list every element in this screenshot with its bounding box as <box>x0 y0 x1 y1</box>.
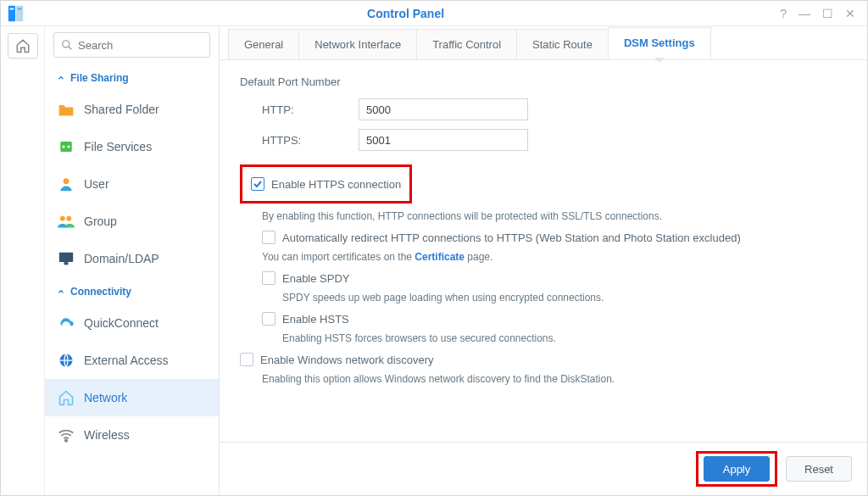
external-access-icon <box>57 352 75 369</box>
enable-https-label: Enable HTTPS connection <box>271 178 401 191</box>
svg-rect-13 <box>64 262 69 265</box>
enable-https-checkbox[interactable] <box>251 177 264 191</box>
chevron-up-icon <box>57 74 65 82</box>
redirect-https-row[interactable]: Automatically redirect HTTP connections … <box>240 231 847 244</box>
maximize-icon[interactable]: ☐ <box>822 7 833 20</box>
sidebar-item-label: Group <box>84 215 117 228</box>
main-panel: General Network Interface Traffic Contro… <box>220 26 867 495</box>
enable-https-checkbox-row[interactable]: Enable HTTPS connection <box>251 177 401 191</box>
control-panel-window: Control Panel ? — ☐ ✕ File Sharing <box>0 0 868 496</box>
search-icon <box>61 39 73 51</box>
wireless-icon <box>57 426 75 443</box>
enable-hsts-label: Enable HSTS <box>282 313 349 326</box>
window-title: Control Panel <box>31 7 780 20</box>
svg-point-9 <box>64 178 70 184</box>
redirect-https-label: Automatically redirect HTTP connections … <box>282 231 741 244</box>
sidebar-item-domain-ldap[interactable]: Domain/LDAP <box>45 240 219 277</box>
network-icon <box>57 389 75 406</box>
certificate-hint: You can import certificates on the Certi… <box>262 251 847 263</box>
sidebar-item-label: Wireless <box>84 428 130 442</box>
enable-spdy-row[interactable]: Enable SPDY <box>240 271 847 285</box>
sidebar-group-file-sharing[interactable]: File Sharing <box>45 64 219 91</box>
sidebar-item-user[interactable]: User <box>45 165 219 203</box>
user-icon <box>57 176 75 192</box>
sidebar-item-group[interactable]: Group <box>45 203 219 240</box>
https-port-input[interactable] <box>359 129 528 151</box>
apply-button[interactable]: Apply <box>704 456 770 482</box>
https-label: HTTPS: <box>240 134 359 147</box>
enable-wnd-checkbox[interactable] <box>240 353 253 366</box>
sidebar-item-external-access[interactable]: External Access <box>45 342 219 379</box>
chevron-up-icon <box>57 287 65 296</box>
svg-point-8 <box>68 146 70 148</box>
sidebar-item-label: External Access <box>84 354 169 367</box>
sidebar-item-wireless[interactable]: Wireless <box>45 416 219 454</box>
sidebar: File Sharing Shared Folder File Services… <box>45 26 220 495</box>
svg-rect-2 <box>18 8 22 9</box>
enable-spdy-label: Enable SPDY <box>282 272 350 285</box>
footer: Apply Reset <box>220 442 867 495</box>
quickconnect-icon <box>57 315 75 332</box>
svg-rect-0 <box>8 5 15 20</box>
http-port-row: HTTP: <box>240 98 847 120</box>
app-icon <box>1 1 31 26</box>
svg-rect-6 <box>60 142 72 152</box>
wnd-help: Enabling this option allows Windows netw… <box>262 373 847 385</box>
tab-bar: General Network Interface Traffic Contro… <box>220 26 867 60</box>
enable-wnd-row[interactable]: Enable Windows network discovery <box>240 353 847 366</box>
redirect-https-checkbox[interactable] <box>262 231 275 244</box>
svg-rect-1 <box>16 5 23 20</box>
sidebar-item-label: Shared Folder <box>84 103 159 116</box>
svg-line-5 <box>69 47 72 50</box>
help-icon[interactable]: ? <box>780 7 787 20</box>
sidebar-item-label: Domain/LDAP <box>84 252 159 265</box>
tab-traffic-control[interactable]: Traffic Control <box>416 29 517 59</box>
svg-point-10 <box>60 216 65 221</box>
enable-https-highlight: Enable HTTPS connection <box>240 164 412 203</box>
search-input[interactable] <box>78 39 203 52</box>
icon-column <box>1 26 45 495</box>
enable-spdy-checkbox[interactable] <box>262 271 275 285</box>
domain-ldap-icon <box>57 250 75 267</box>
file-services-icon <box>57 138 75 155</box>
svg-rect-3 <box>10 8 14 9</box>
svg-point-11 <box>66 216 71 221</box>
sidebar-group-label: Connectivity <box>70 286 131 298</box>
tab-general[interactable]: General <box>228 29 299 59</box>
sidebar-item-label: Network <box>84 391 127 404</box>
search-input-wrap[interactable] <box>53 32 210 58</box>
certificate-link[interactable]: Certificate <box>415 251 465 263</box>
minimize-icon[interactable]: — <box>798 7 810 20</box>
tab-static-route[interactable]: Static Route <box>516 29 609 59</box>
hsts-help: Enabling HSTS forces browsers to use sec… <box>282 332 847 344</box>
svg-point-4 <box>63 41 70 47</box>
shared-folder-icon <box>57 101 75 118</box>
window-controls: ? — ☐ ✕ <box>780 7 867 20</box>
sidebar-item-quickconnect[interactable]: QuickConnect <box>45 304 219 342</box>
http-port-input[interactable] <box>359 98 528 120</box>
tab-network-interface[interactable]: Network Interface <box>298 29 417 59</box>
enable-hsts-row[interactable]: Enable HSTS <box>240 312 847 326</box>
sidebar-item-label: File Services <box>84 140 152 153</box>
sidebar-item-network[interactable]: Network <box>45 379 219 416</box>
home-button[interactable] <box>8 33 38 59</box>
enable-wnd-label: Enable Windows network discovery <box>260 354 433 366</box>
section-title: Default Port Number <box>240 75 847 88</box>
sidebar-group-connectivity[interactable]: Connectivity <box>45 277 219 304</box>
enable-https-help: By enabling this function, HTTP connecti… <box>262 210 847 222</box>
sidebar-item-file-services[interactable]: File Services <box>45 128 219 165</box>
group-icon <box>57 213 75 230</box>
sidebar-item-shared-folder[interactable]: Shared Folder <box>45 91 219 128</box>
sidebar-group-label: File Sharing <box>70 72 129 84</box>
https-port-row: HTTPS: <box>240 129 847 151</box>
svg-point-15 <box>65 439 68 442</box>
enable-hsts-checkbox[interactable] <box>262 312 275 326</box>
svg-rect-12 <box>59 253 73 262</box>
svg-point-7 <box>63 146 65 148</box>
sidebar-item-label: User <box>84 177 109 191</box>
close-icon[interactable]: ✕ <box>845 7 855 20</box>
titlebar: Control Panel ? — ☐ ✕ <box>1 1 867 26</box>
content-area: Default Port Number HTTP: HTTPS: Enable … <box>220 60 867 442</box>
tab-dsm-settings[interactable]: DSM Settings <box>608 27 711 59</box>
reset-button[interactable]: Reset <box>786 456 852 482</box>
